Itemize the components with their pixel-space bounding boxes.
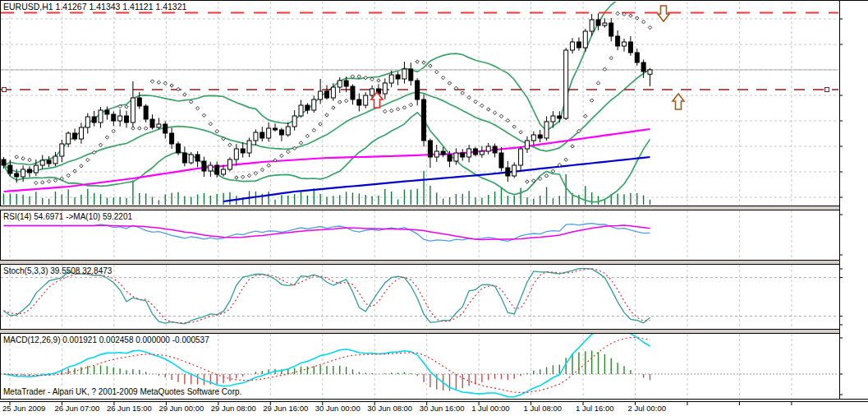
panel-splitter-macd[interactable] [0,329,839,334]
candle [305,105,310,110]
candle [364,95,368,105]
candle [299,105,303,116]
candle [47,160,51,164]
candle [616,36,620,46]
time-tick-label: 26 Jun 07:00 [54,404,99,413]
candle [357,99,361,105]
candle [137,98,141,106]
candle [150,119,154,127]
candle [454,153,458,161]
candle [279,130,283,135]
candle [531,135,535,141]
candle [499,153,503,168]
time-tick-label: 30 Jun 08:00 [367,404,412,413]
candle [34,165,38,173]
candle [125,116,129,122]
candle [628,42,632,53]
candle [493,146,497,153]
candle [163,124,168,133]
candle [105,110,109,114]
candle [325,91,329,98]
macd-histogram [4,350,650,391]
time-axis-separator [0,399,868,402]
candle [441,151,445,155]
candle [189,155,193,163]
candle [474,149,478,155]
candle [273,128,278,130]
candle [635,53,639,62]
candle [195,155,200,161]
candle [2,159,6,165]
candle [603,23,607,25]
main-panel-layer [1,0,838,206]
candle [227,159,232,169]
candle [27,169,31,173]
candle [292,116,296,127]
hline-drag-handle[interactable] [825,88,829,92]
candle [486,146,490,151]
candle [15,173,19,177]
candle [648,70,652,74]
metatrader-chart-window: EURUSD,H1 1.41267 1.41343 1.41121 1.4132… [0,0,868,416]
candle [544,122,549,138]
candle [118,116,122,121]
watermark: MetaTrader - Alpari UK, ? 2001-2009 Meta… [3,387,241,396]
candle [8,165,12,173]
candle [583,31,587,48]
candle [461,153,465,157]
panel-splitter-rsi[interactable] [0,206,839,210]
candle [182,153,186,163]
candle [92,117,96,122]
candle [40,160,44,165]
candle [209,165,213,171]
time-tick-label: 25 Jun 2009 [2,404,45,413]
candle [519,149,523,165]
candle [416,81,420,99]
time-tick-label: 30 Jun 16:00 [420,404,465,413]
candle [596,20,600,25]
time-tick-label: 29 Jun 08:00 [211,404,256,413]
candle [512,165,517,176]
st-panel-layer [1,265,838,329]
candle [590,20,594,31]
macd-indicator-label: MACD(12,26,9) 0.001921 0.002458 0.000000… [3,335,209,344]
price-scale[interactable]: 1.419401.416301.410101.407001.403901.400… [839,0,868,402]
candle [53,156,57,164]
candle [85,117,90,127]
time-axis[interactable]: 25 Jun 200926 Jun 07:0026 Jun 15:0029 Ju… [0,402,868,416]
time-tick-label: 29 Jun 00:00 [158,404,204,413]
panel-splitter-stoch[interactable] [0,260,839,265]
candle [641,62,645,72]
candle [571,42,575,50]
candle [73,133,77,139]
candle [622,42,627,46]
candle [434,151,439,157]
candle [234,149,238,159]
candle [338,81,342,87]
candle [448,155,452,161]
candle [176,144,180,153]
candle [247,141,251,153]
candle [576,42,581,48]
candle [144,106,148,119]
time-tick-label: 29 Jun 16:00 [263,404,308,413]
time-tick-label: 2 Jul 00:00 [628,404,666,413]
candle [351,86,355,99]
up-arrow-object[interactable] [673,94,684,109]
candle [202,161,206,171]
candle [609,23,613,36]
candle [312,99,316,110]
candle [564,50,568,118]
candle [79,127,83,139]
candle [506,168,510,176]
candle [389,75,393,83]
candle [254,132,258,141]
hline-drag-handle[interactable] [2,88,7,92]
time-tick-label: 26 Jun 15:00 [107,404,152,413]
candle [480,151,484,155]
candle [383,83,387,94]
candle [538,135,542,138]
candle [241,149,245,153]
candle [99,110,103,122]
candle [319,91,323,99]
